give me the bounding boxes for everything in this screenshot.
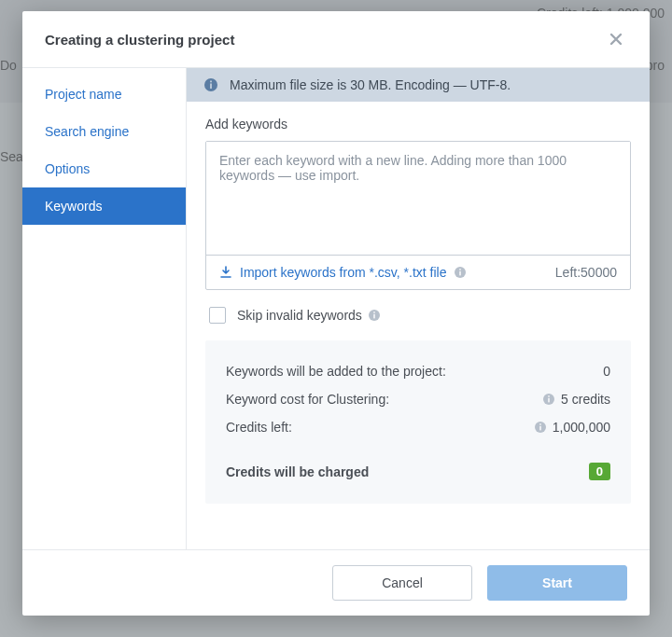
info-icon <box>542 393 555 406</box>
svg-rect-13 <box>539 426 540 431</box>
close-icon <box>609 32 623 47</box>
import-row: Import keywords from *.csv, *.txt file L… <box>206 255 630 289</box>
svg-rect-8 <box>373 312 374 313</box>
import-link-text: Import keywords from *.csv, *.txt file <box>240 265 446 280</box>
info-icon <box>454 266 467 279</box>
info-bar: Maximum file size is 30 MB. Encoding — U… <box>187 68 650 102</box>
content-pane: Maximum file size is 30 MB. Encoding — U… <box>187 68 650 549</box>
skip-invalid-text: Skip invalid keywords <box>237 308 362 323</box>
close-button[interactable] <box>605 28 627 50</box>
keywords-panel: Add keywords Import keywords from *.csv,… <box>187 102 650 549</box>
info-icon <box>368 309 381 322</box>
import-keywords-link[interactable]: Import keywords from *.csv, *.txt file <box>219 265 467 280</box>
download-icon <box>219 266 232 279</box>
keywords-left-count: Left:50000 <box>555 265 617 280</box>
summary-charge-badge: 0 <box>589 463 610 480</box>
info-icon <box>534 421 547 434</box>
svg-rect-1 <box>210 84 212 90</box>
svg-rect-7 <box>373 314 374 319</box>
modal-title: Creating a clustering project <box>45 32 234 48</box>
tab-options[interactable]: Options <box>22 150 186 187</box>
tab-keywords[interactable]: Keywords <box>22 187 186 225</box>
modal-header: Creating a clustering project <box>22 11 650 67</box>
summary-cost-label: Keyword cost for Clustering: <box>226 392 389 407</box>
modal-footer: Cancel Start <box>22 549 650 616</box>
summary-credits-value: 1,000,000 <box>534 420 610 435</box>
tab-project-name[interactable]: Project name <box>22 76 186 113</box>
summary-cost-value: 5 credits <box>542 392 610 407</box>
summary-box: Keywords will be added to the project: 0… <box>205 340 631 504</box>
start-button[interactable]: Start <box>487 565 627 601</box>
summary-added-value: 0 <box>603 364 610 379</box>
create-clustering-modal: Creating a clustering project Project na… <box>22 11 650 616</box>
info-icon <box>203 77 218 92</box>
svg-rect-5 <box>460 269 461 270</box>
tab-search-engine[interactable]: Search engine <box>22 113 186 150</box>
svg-rect-10 <box>548 398 549 403</box>
modal-body: Project name Search engine Options Keywo… <box>22 67 650 549</box>
cancel-button[interactable]: Cancel <box>332 565 472 601</box>
summary-row-cost: Keyword cost for Clustering: 5 credits <box>226 385 610 413</box>
keywords-textarea[interactable] <box>206 142 630 252</box>
svg-rect-11 <box>548 395 549 397</box>
summary-credits-label: Credits left: <box>226 420 292 435</box>
skip-row: Skip invalid keywords <box>205 290 631 340</box>
summary-row-credits: Credits left: 1,000,000 <box>226 413 610 441</box>
summary-cost-text: 5 credits <box>561 392 610 407</box>
skip-invalid-checkbox[interactable] <box>209 307 226 324</box>
svg-rect-2 <box>210 81 212 83</box>
summary-charge-label: Credits will be charged <box>226 464 369 479</box>
svg-rect-4 <box>460 271 461 276</box>
svg-rect-14 <box>539 423 540 425</box>
keywords-box: Import keywords from *.csv, *.txt file L… <box>205 141 631 290</box>
summary-row-charge: Credits will be charged 0 <box>226 456 610 487</box>
summary-credits-text: 1,000,000 <box>553 420 610 435</box>
skip-invalid-label: Skip invalid keywords <box>237 308 381 323</box>
summary-added-label: Keywords will be added to the project: <box>226 364 446 379</box>
summary-row-added: Keywords will be added to the project: 0 <box>226 357 610 385</box>
wizard-sidebar: Project name Search engine Options Keywo… <box>22 68 187 549</box>
info-bar-text: Maximum file size is 30 MB. Encoding — U… <box>230 77 511 92</box>
add-keywords-label: Add keywords <box>205 117 631 132</box>
